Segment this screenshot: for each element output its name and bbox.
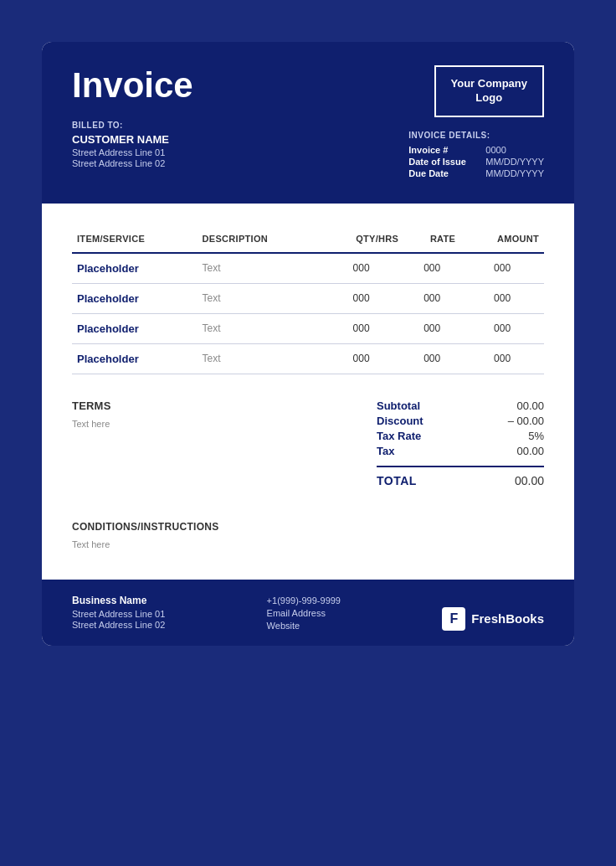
invoice-details-label: INVOICE DETAILS: [408,131,490,140]
table-body: Placeholder Text 000 000 000 Placeholder… [72,253,544,374]
customer-name: CUSTOMER NAME [72,133,193,146]
discount-row: Discount – 00.00 [377,415,544,427]
total-divider [377,466,544,467]
terms-section: TERMS Text here [72,399,306,429]
due-date-label: Due Date [408,168,475,178]
freshbooks-brand-text: FreshBooks [471,611,544,626]
footer-website: Website [267,621,341,631]
row-amount: 000 [460,343,544,374]
invoice-title: Invoice [72,65,193,106]
page-wrapper: Invoice BILLED TO: CUSTOMER NAME Street … [17,17,599,866]
footer-address-line2: Street Address Line 02 [72,620,165,630]
footer-phone: +1(999)-999-9999 [267,595,341,606]
row-qty: 000 [319,313,403,343]
row-qty: 000 [319,343,403,374]
col-rate: RATE [403,227,460,253]
row-rate: 000 [403,343,460,374]
discount-value: – 00.00 [508,415,544,427]
row-amount: 000 [460,283,544,313]
col-amount: AMOUNT [460,227,544,253]
company-logo-text: Your Company Logo [451,77,528,106]
due-date-row: Due Date MM/DD/YYYY [408,168,544,178]
tax-rate-value: 5% [528,430,544,442]
due-date-value: MM/DD/YYYY [485,168,544,178]
row-rate: 000 [403,253,460,284]
invoice-footer: Business Name Street Address Line 01 Str… [42,580,574,646]
conditions-text: Text here [72,539,544,549]
row-description: Text [198,283,319,313]
total-final-row: TOTAL 00.00 [377,474,544,487]
col-item: ITEM/SERVICE [72,227,198,253]
total-label: TOTAL [377,474,417,487]
invoice-header: Invoice BILLED TO: CUSTOMER NAME Street … [42,42,574,204]
row-qty: 000 [319,253,403,284]
freshbooks-icon: F [442,607,465,631]
row-rate: 000 [403,313,460,343]
row-description: Text [198,313,319,343]
row-item: Placeholder [72,283,198,313]
footer-center: +1(999)-999-9999 Email Address Website [267,595,341,631]
subtotal-value: 00.00 [516,399,544,412]
row-item: Placeholder [72,313,198,343]
row-description: Text [198,343,319,374]
table-header: ITEM/SERVICE DESCRIPTION QTY/HRS RATE AM… [72,227,544,253]
discount-label: Discount [377,415,424,427]
freshbooks-logo: F FreshBooks [442,607,544,631]
footer-left: Business Name Street Address Line 01 Str… [72,595,165,631]
table-row: Placeholder Text 000 000 000 [72,283,544,313]
date-of-issue-row: Date of Issue MM/DD/YYYY [408,157,544,167]
freshbooks-icon-letter: F [449,611,458,626]
table-row: Placeholder Text 000 000 000 [72,313,544,343]
table-row: Placeholder Text 000 000 000 [72,343,544,374]
header-left: Invoice BILLED TO: CUSTOMER NAME Street … [72,65,193,169]
total-value: 00.00 [515,474,544,487]
tax-rate-label: Tax Rate [377,430,421,442]
billed-to-label: BILLED TO: [72,121,193,130]
row-description: Text [198,253,319,284]
main-content: ITEM/SERVICE DESCRIPTION QTY/HRS RATE AM… [42,204,574,573]
company-logo-box: Your Company Logo [434,65,545,117]
billed-address-line2: Street Address Line 02 [72,158,193,168]
subtotal-row: Subtotal 00.00 [377,399,544,412]
invoice-number-label: Invoice # [408,145,475,155]
conditions-label: CONDITIONS/INSTRUCTIONS [72,521,544,533]
terms-text: Text here [72,419,306,429]
footer-address-line1: Street Address Line 01 [72,609,165,619]
invoice-number-row: Invoice # 0000 [408,145,506,155]
invoice-number-value: 0000 [485,145,506,155]
row-item: Placeholder [72,253,198,284]
footer-right: F FreshBooks [442,607,544,631]
row-amount: 000 [460,313,544,343]
table-row: Placeholder Text 000 000 000 [72,253,544,284]
tax-value: 00.00 [516,445,544,457]
terms-label: TERMS [72,399,306,412]
totals-section: Subtotal 00.00 Discount – 00.00 Tax Rate… [377,399,544,487]
bottom-section: TERMS Text here Subtotal 00.00 Discount … [72,399,544,487]
invoice-table: ITEM/SERVICE DESCRIPTION QTY/HRS RATE AM… [72,227,544,374]
date-of-issue-label: Date of Issue [408,157,475,167]
tax-rate-row: Tax Rate 5% [377,430,544,442]
invoice-container: Invoice BILLED TO: CUSTOMER NAME Street … [42,42,574,646]
row-rate: 000 [403,283,460,313]
footer-business-name: Business Name [72,595,165,606]
date-of-issue-value: MM/DD/YYYY [485,157,544,167]
conditions-section: CONDITIONS/INSTRUCTIONS Text here [72,508,544,549]
table-header-row: ITEM/SERVICE DESCRIPTION QTY/HRS RATE AM… [72,227,544,253]
header-right: Your Company Logo INVOICE DETAILS: Invoi… [408,65,544,180]
billed-address-line1: Street Address Line 01 [72,147,193,157]
col-description: DESCRIPTION [198,227,319,253]
tax-row: Tax 00.00 [377,445,544,457]
tax-label: Tax [377,445,394,457]
footer-email: Email Address [267,608,341,618]
col-qty: QTY/HRS [319,227,403,253]
row-qty: 000 [319,283,403,313]
subtotal-label: Subtotal [377,399,420,412]
row-amount: 000 [460,253,544,284]
row-item: Placeholder [72,343,198,374]
